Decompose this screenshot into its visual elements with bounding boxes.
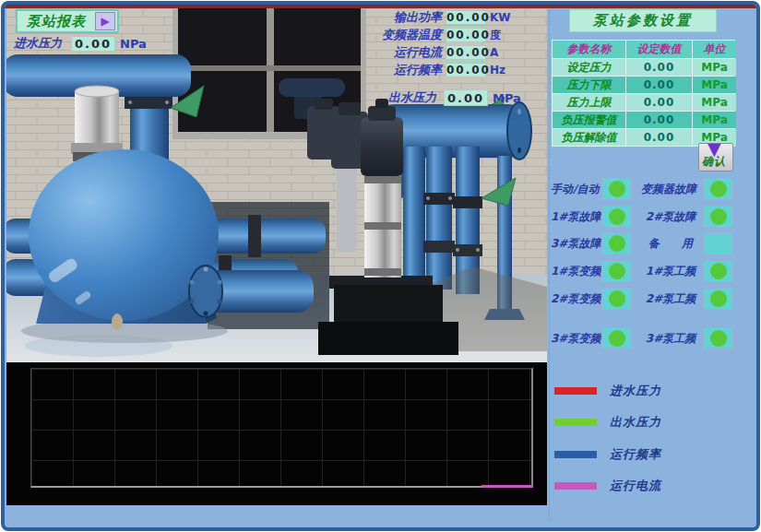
status-led-pump2-line — [703, 288, 733, 310]
status-label-vfd-fault: 变频器故障 — [634, 182, 704, 197]
current-trace — [482, 485, 533, 488]
metric-label: 输出功率 — [326, 9, 442, 26]
inlet-pressure-unit: NPa — [120, 37, 147, 51]
param-value[interactable]: 0.00 — [626, 112, 692, 128]
status-led-pump1-line — [703, 260, 733, 282]
metric-unit: KW — [490, 11, 516, 24]
param-unit: MPa — [693, 94, 736, 111]
status-label-pump1-vfd: 1#泵变频 — [551, 264, 600, 279]
led-circle — [710, 181, 727, 197]
led-circle — [609, 208, 625, 225]
led-circle — [609, 263, 625, 279]
status-label-spare: 备 用 — [637, 236, 704, 252]
status-row: 手动/自动 变频器故障 — [549, 178, 738, 201]
status-label-pump2-vfd: 2#泵变频 — [551, 291, 600, 307]
inlet-pressure-label: 进水压力 — [14, 35, 71, 52]
param-name: 负压解除值 — [553, 129, 625, 146]
metric-readouts: 输出功率 00.00 KW 变频器温度 00.00 度 运行电流 00.00 A… — [326, 10, 516, 80]
col-header-value: 设定数值 — [626, 41, 692, 58]
legend-label-outlet: 出水压力 — [610, 414, 661, 431]
metric-unit: 度 — [490, 28, 516, 43]
param-unit: MPa — [693, 112, 736, 128]
metric-label: 变频器温度 — [326, 27, 442, 43]
legend-item: 运行频率 — [551, 448, 661, 461]
settings-table: 参数名称 设定数值 单位 设定压力 0.00 MPa 压力下限 0.00 MPa… — [552, 40, 735, 147]
settings-title: 泵站参数设置 — [569, 9, 717, 32]
legend-label-frequency: 运行频率 — [610, 446, 661, 463]
param-unit: MPa — [693, 77, 736, 93]
led-circle — [710, 263, 727, 279]
outlet-pressure-value: 0.00 — [444, 89, 488, 106]
main-frame: 泵站报表 ▶ 进水压力 0.00 NPa 输出功率 00.00 KW 变频器温度… — [1, 1, 760, 531]
metric-row: 变频器温度 00.00 度 — [326, 28, 516, 42]
status-row: 2#泵变频 2#泵工频 — [549, 288, 738, 311]
status-label-pump1-line: 1#泵工频 — [637, 264, 704, 279]
metric-value: 00.00 — [446, 63, 486, 77]
metric-row: 运行电流 00.00 A — [326, 45, 516, 60]
param-value[interactable]: 0.00 — [626, 59, 692, 76]
status-row: 1#泵故障 2#泵故障 — [549, 206, 738, 229]
status-led-manual-auto — [601, 178, 632, 200]
metric-value: 00.00 — [446, 10, 486, 25]
status-led-pump3-vfd — [601, 327, 632, 349]
status-row: 1#泵变频 1#泵工频 — [549, 260, 738, 283]
hmi-screen: 泵站报表 ▶ 进水压力 0.00 NPa 输出功率 00.00 KW 变频器温度… — [0, 0, 761, 532]
report-button-label: 泵站报表 — [18, 13, 95, 30]
status-led-pump1-fault — [601, 206, 632, 228]
status-label-pump3-line: 3#泵工频 — [637, 331, 704, 347]
top-accent-line — [5, 5, 756, 8]
param-value[interactable]: 0.00 — [626, 129, 692, 146]
param-name: 压力上限 — [553, 94, 625, 111]
param-name: 负压报警值 — [553, 112, 625, 128]
outlet-pressure-label: 出水压力 — [388, 89, 442, 106]
metric-value: 00.00 — [446, 28, 486, 42]
legend-label-current: 运行电流 — [610, 478, 661, 494]
led-circle — [710, 330, 727, 347]
param-value[interactable]: 0.00 — [626, 77, 692, 93]
legend-item: 运行电流 — [551, 479, 661, 492]
trend-chart — [6, 362, 547, 505]
metric-row: 运行频率 00.00 Hz — [326, 63, 516, 77]
metric-value: 00.00 — [446, 45, 486, 60]
led-circle — [609, 235, 625, 252]
legend-item: 出水压力 — [551, 416, 661, 429]
status-label-pump3-vfd: 3#泵变频 — [551, 331, 600, 347]
legend-swatch-outlet — [554, 419, 597, 426]
legend-label-inlet: 进水压力 — [610, 383, 661, 399]
metric-label: 运行频率 — [326, 62, 442, 78]
inlet-pressure-value: 0.00 — [71, 36, 115, 52]
metric-row: 输出功率 00.00 KW — [326, 10, 516, 25]
confirm-button[interactable]: ▼ 确认 — [698, 143, 733, 171]
confirm-label: 确认 — [702, 154, 726, 170]
report-button[interactable]: 泵站报表 ▶ — [16, 9, 119, 33]
param-value[interactable]: 0.00 — [626, 94, 692, 111]
legend-item: 进水压力 — [551, 384, 661, 397]
status-led-spare — [703, 232, 733, 254]
status-label-pump3-fault: 3#泵故障 — [551, 236, 600, 252]
outlet-pressure-readout: 出水压力 0.00 MPa — [388, 89, 521, 106]
param-name: 压力下限 — [553, 77, 625, 93]
param-unit: MPa — [693, 59, 736, 76]
status-led-pump2-fault — [703, 206, 733, 228]
legend-swatch-current — [554, 482, 597, 490]
metric-unit: Hz — [490, 64, 516, 77]
led-circle — [609, 181, 625, 197]
status-led-vfd-fault — [703, 178, 733, 200]
status-label-manual-auto: 手动/自动 — [551, 182, 599, 197]
legend-swatch-frequency — [554, 451, 597, 458]
col-header-name: 参数名称 — [553, 41, 625, 58]
status-label-pump2-line: 2#泵工频 — [637, 291, 704, 307]
status-row: 3#泵变频 3#泵工频 — [549, 327, 738, 350]
status-label-pump2-fault: 2#泵故障 — [637, 209, 704, 225]
led-circle — [609, 290, 625, 307]
param-name: 设定压力 — [553, 59, 625, 76]
legend-swatch-inlet — [554, 387, 597, 395]
status-row: 3#泵故障 备 用 — [549, 232, 738, 255]
status-led-pump3-fault — [601, 232, 632, 254]
front-pipe — [189, 266, 314, 317]
metric-unit: A — [490, 46, 516, 59]
inlet-pressure-readout: 进水压力 0.00 NPa — [14, 35, 147, 52]
led-circle — [609, 330, 625, 347]
led-circle — [710, 208, 727, 225]
outlet-pressure-unit: MPa — [493, 91, 521, 105]
